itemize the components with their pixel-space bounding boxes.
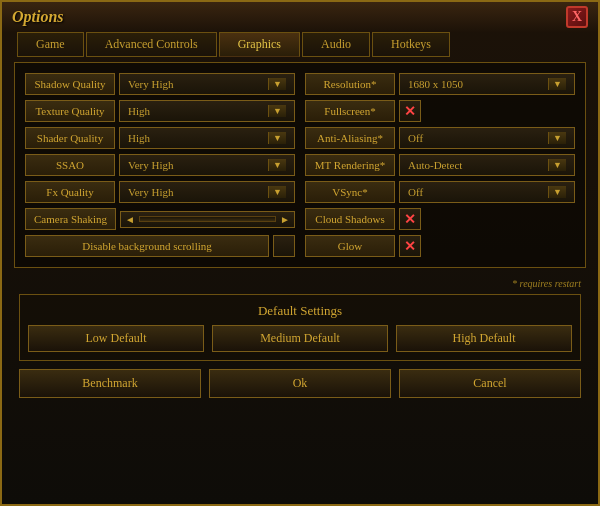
ssao-dropdown[interactable]: Very High ▼ (119, 154, 295, 176)
resolution-label: Resolution* (305, 73, 395, 95)
dropdown-arrow-icon: ▼ (268, 105, 286, 117)
fullscreen-row: Fullscreen* ✕ (305, 100, 575, 122)
medium-default-button[interactable]: Medium Default (212, 325, 388, 352)
fx-quality-label: Fx Quality (25, 181, 115, 203)
texture-quality-dropdown[interactable]: High ▼ (119, 100, 295, 122)
vsync-dropdown[interactable]: Off ▼ (399, 181, 575, 203)
shader-quality-row: Shader Quality High ▼ (25, 127, 295, 149)
dropdown-arrow-icon: ▼ (268, 132, 286, 144)
resolution-row: Resolution* 1680 x 1050 ▼ (305, 73, 575, 95)
glow-checkbox[interactable]: ✕ (399, 235, 421, 257)
fx-quality-row: Fx Quality Very High ▼ (25, 181, 295, 203)
default-settings-box: Default Settings Low Default Medium Defa… (19, 294, 581, 361)
tab-game[interactable]: Game (17, 32, 84, 57)
cancel-button[interactable]: Cancel (399, 369, 581, 398)
default-settings-title: Default Settings (28, 303, 572, 319)
fullscreen-label: Fullscreen* (305, 100, 395, 122)
disable-scrolling-checkbox[interactable] (273, 235, 295, 257)
high-default-button[interactable]: High Default (396, 325, 572, 352)
mt-rendering-dropdown[interactable]: Auto-Detect ▼ (399, 154, 575, 176)
ok-button[interactable]: Ok (209, 369, 391, 398)
resolution-dropdown[interactable]: 1680 x 1050 ▼ (399, 73, 575, 95)
slider-track[interactable] (139, 216, 276, 222)
fx-quality-dropdown[interactable]: Very High ▼ (119, 181, 295, 203)
dropdown-arrow-icon: ▼ (548, 132, 566, 144)
options-window: Options X Game Advanced Controls Graphic… (0, 0, 600, 506)
slider-right-arrow-icon[interactable]: ► (280, 214, 290, 225)
close-button[interactable]: X (566, 6, 588, 28)
shader-quality-label: Shader Quality (25, 127, 115, 149)
antialiasing-dropdown[interactable]: Off ▼ (399, 127, 575, 149)
tab-bar: Game Advanced Controls Graphics Audio Ho… (2, 32, 598, 57)
benchmark-button[interactable]: Benchmark (19, 369, 201, 398)
glow-label: Glow (305, 235, 395, 257)
slider-left-arrow-icon[interactable]: ◄ (125, 214, 135, 225)
tab-audio[interactable]: Audio (302, 32, 370, 57)
low-default-button[interactable]: Low Default (28, 325, 204, 352)
disable-scrolling-row: Disable background scrolling (25, 235, 295, 257)
tab-hotkeys[interactable]: Hotkeys (372, 32, 450, 57)
window-title: Options (12, 8, 64, 26)
vsync-label: VSync* (305, 181, 395, 203)
dropdown-arrow-icon: ▼ (548, 78, 566, 90)
shadow-quality-label: Shadow Quality (25, 73, 115, 95)
cloud-shadows-row: Cloud Shadows ✕ (305, 208, 575, 230)
footer-buttons-group: Benchmark Ok Cancel (19, 369, 581, 398)
dropdown-arrow-icon: ▼ (268, 159, 286, 171)
ssao-row: SSAO Very High ▼ (25, 154, 295, 176)
camera-shaking-row: Camera Shaking ◄ ► (25, 208, 295, 230)
default-buttons-group: Low Default Medium Default High Default (28, 325, 572, 352)
shadow-quality-dropdown[interactable]: Very High ▼ (119, 73, 295, 95)
ssao-label: SSAO (25, 154, 115, 176)
cloud-shadows-label: Cloud Shadows (305, 208, 395, 230)
tab-graphics[interactable]: Graphics (219, 32, 300, 57)
bottom-section: * requires restart Default Settings Low … (14, 273, 586, 403)
settings-content: Shadow Quality Very High ▼ Resolution* 1… (14, 62, 586, 268)
dropdown-arrow-icon: ▼ (548, 186, 566, 198)
camera-shaking-slider[interactable]: ◄ ► (120, 211, 295, 228)
tab-advanced[interactable]: Advanced Controls (86, 32, 217, 57)
texture-quality-label: Texture Quality (25, 100, 115, 122)
camera-shaking-label: Camera Shaking (25, 208, 116, 230)
texture-quality-row: Texture Quality High ▼ (25, 100, 295, 122)
vsync-row: VSync* Off ▼ (305, 181, 575, 203)
requires-restart-notice: * requires restart (19, 278, 581, 289)
cloud-shadows-checkbox[interactable]: ✕ (399, 208, 421, 230)
disable-scrolling-label: Disable background scrolling (25, 235, 269, 257)
glow-row: Glow ✕ (305, 235, 575, 257)
antialiasing-label: Anti-Aliasing* (305, 127, 395, 149)
shadow-quality-row: Shadow Quality Very High ▼ (25, 73, 295, 95)
mt-rendering-row: MT Rendering* Auto-Detect ▼ (305, 154, 575, 176)
title-bar: Options X (2, 2, 598, 32)
antialiasing-row: Anti-Aliasing* Off ▼ (305, 127, 575, 149)
dropdown-arrow-icon: ▼ (268, 186, 286, 198)
mt-rendering-label: MT Rendering* (305, 154, 395, 176)
shader-quality-dropdown[interactable]: High ▼ (119, 127, 295, 149)
dropdown-arrow-icon: ▼ (268, 78, 286, 90)
dropdown-arrow-icon: ▼ (548, 159, 566, 171)
fullscreen-checkbox[interactable]: ✕ (399, 100, 421, 122)
